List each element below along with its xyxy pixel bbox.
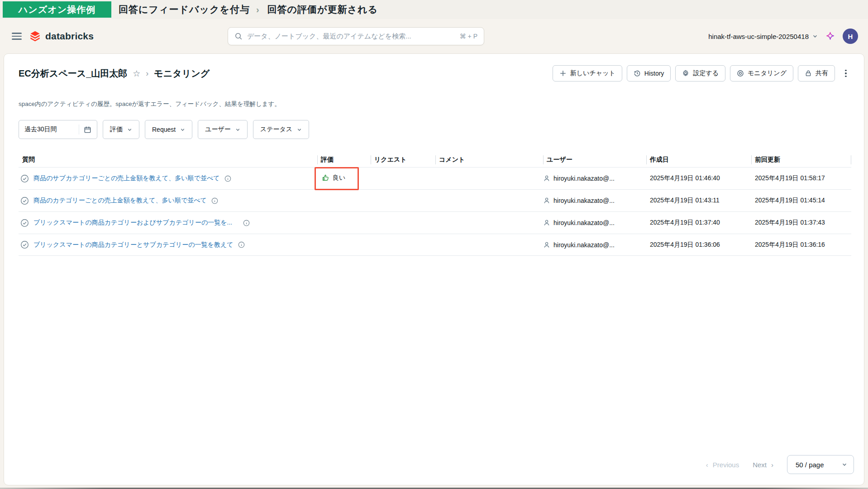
monitoring-button[interactable]: モニタリング (730, 65, 793, 82)
created-date: 2025年4月19日 01:37:40 (646, 219, 751, 227)
favorite-star-icon[interactable]: ☆ (133, 68, 140, 79)
settings-label: 設定する (693, 69, 719, 77)
person-icon (543, 175, 550, 182)
breadcrumb-chevron-icon: › (146, 69, 148, 78)
column-header-rating: 評価 (317, 153, 371, 167)
user-filter[interactable]: ユーザー (198, 120, 248, 139)
databricks-logo-icon (29, 30, 41, 43)
column-header-created: 作成日 (646, 153, 751, 167)
user-email: hiroyuki.nakazato@... (553, 175, 615, 182)
created-date: 2025年4月19日 01:43:11 (646, 197, 751, 205)
search-icon (234, 32, 243, 40)
chevron-down-icon (235, 127, 240, 132)
user-email: hiroyuki.nakazato@... (553, 241, 615, 249)
chevron-down-icon (297, 127, 302, 132)
share-button[interactable]: 共有 (798, 65, 835, 82)
rating-filter-label: 評価 (110, 125, 123, 134)
history-label: History (644, 70, 664, 77)
monitoring-label: モニタリング (748, 69, 787, 77)
chevron-down-icon (180, 127, 185, 132)
filter-bar: 過去30日間 評価 Request ユーザー (19, 120, 851, 139)
global-search-input[interactable]: データ、ノートブック、最近のアイテムなどを検索... ⌘ + P (228, 27, 484, 45)
column-header-request: リクエスト (371, 153, 435, 167)
history-button[interactable]: History (627, 65, 671, 82)
activity-table: 質問 評価 リクエスト コメント ユーザー 作成日 前回更新 商品のサブカテゴリ… (19, 153, 851, 256)
person-icon (543, 197, 550, 204)
page-description: space内のアクティビティの履歴。spaceが返すエラー、フィードバック、結果… (19, 100, 851, 108)
table-row: 商品のカテゴリーごとの売上金額を教えて、多い順で並べて hiroyuki.nak… (19, 189, 851, 211)
settings-button[interactable]: 設定する (675, 65, 725, 82)
monitoring-page-card: EC分析スペース_山田太郎 ☆ › モニタリング 新しいチャット History (4, 53, 864, 485)
previous-page-button[interactable]: ‹ Previous (706, 461, 739, 469)
chevron-down-icon (127, 127, 132, 132)
next-label: Next (753, 461, 767, 469)
chevron-down-icon (812, 34, 818, 39)
breadcrumb-current: モニタリング (154, 67, 210, 80)
tutorial-badge: ハンズオン操作例 (3, 1, 111, 18)
kebab-menu-icon[interactable] (840, 65, 851, 82)
info-icon[interactable] (243, 220, 250, 226)
space-title[interactable]: EC分析スペース_山田太郎 (19, 67, 127, 80)
pagination: ‹ Previous Next › 50 / page (706, 455, 854, 474)
tutorial-step-separator: › (256, 5, 259, 15)
check-circle-icon (20, 240, 29, 249)
search-placeholder: データ、ノートブック、最近のアイテムなどを検索... (247, 32, 460, 41)
page-actions: 新しいチャット History 設定する (553, 65, 851, 82)
date-range-value: 過去30日間 (24, 125, 57, 134)
new-chat-button[interactable]: 新しいチャット (553, 65, 622, 82)
info-icon[interactable] (224, 175, 231, 182)
monitor-target-icon (737, 70, 744, 77)
question-link[interactable]: ブリックスマートの商品カテゴリーおよびサブカテゴリーの一覧を... (33, 219, 232, 227)
updated-date: 2025年4月19日 01:36:16 (751, 241, 851, 249)
info-icon[interactable] (211, 197, 218, 204)
calendar-icon (84, 126, 91, 134)
check-circle-icon (20, 197, 29, 205)
date-range-filter[interactable]: 過去30日間 (19, 120, 97, 139)
request-filter-label: Request (152, 126, 176, 133)
table-row: ブリックスマートの商品カテゴリーおよびサブカテゴリーの一覧を... hiroyu… (19, 211, 851, 234)
column-header-comment: コメント (435, 153, 543, 167)
user-avatar[interactable]: H (843, 29, 858, 44)
column-header-updated: 前回更新 (751, 153, 851, 167)
person-icon (543, 241, 550, 249)
previous-label: Previous (713, 461, 739, 469)
filter-divider (79, 125, 79, 134)
status-filter-label: ステータス (260, 125, 292, 134)
question-link[interactable]: 商品のサブカテゴリーごとの売上金額を教えて、多い順で並べて (33, 174, 220, 182)
gear-icon (682, 70, 689, 77)
assistant-sparkle-icon[interactable] (825, 31, 835, 42)
question-link[interactable]: 商品のカテゴリーごとの売上金額を教えて、多い順で並べて (33, 197, 207, 205)
rating-filter[interactable]: 評価 (103, 120, 139, 139)
page-title-row: EC分析スペース_山田太郎 ☆ › モニタリング 新しいチャット History (19, 65, 851, 82)
thumbs-up-icon (322, 174, 329, 182)
updated-date: 2025年4月19日 01:45:14 (751, 197, 851, 205)
databricks-logo[interactable]: databricks (29, 30, 94, 43)
workspace-switcher[interactable]: hinak-tf-aws-uc-simple-20250418 (708, 33, 818, 40)
search-shortcut-hint: ⌘ + P (460, 33, 477, 40)
updated-date: 2025年4月19日 01:37:43 (751, 219, 851, 227)
request-filter[interactable]: Request (145, 120, 192, 139)
next-page-button[interactable]: Next › (753, 461, 773, 469)
chevron-right-icon: › (771, 461, 773, 469)
person-icon (543, 219, 550, 226)
table-header-row: 質問 評価 リクエスト コメント ユーザー 作成日 前回更新 (19, 153, 851, 167)
plus-icon (559, 70, 567, 77)
page-size-value: 50 / page (796, 461, 842, 469)
question-link[interactable]: ブリックスマートの商品カテゴリーとサブカテゴリーの一覧を教えて (33, 241, 234, 249)
lock-icon (805, 70, 812, 77)
share-label: 共有 (816, 69, 828, 77)
status-filter[interactable]: ステータス (253, 120, 309, 139)
check-circle-icon (20, 174, 29, 183)
page-size-select[interactable]: 50 / page (787, 455, 854, 474)
column-header-question: 質問 (19, 153, 317, 167)
info-icon[interactable] (238, 241, 245, 248)
rating-label: 良い (333, 174, 345, 182)
user-email: hiroyuki.nakazato@... (553, 219, 615, 226)
user-filter-label: ユーザー (205, 125, 231, 134)
table-row: 商品のサブカテゴリーごとの売上金額を教えて、多い順で並べて (19, 167, 851, 189)
tutorial-step-1: 回答にフィードバックを付与 (119, 3, 250, 16)
table-row: ブリックスマートの商品カテゴリーとサブカテゴリーの一覧を教えて hiroyuki… (19, 234, 851, 256)
databricks-wordmark: databricks (45, 31, 94, 42)
workspace-name: hinak-tf-aws-uc-simple-20250418 (708, 33, 809, 40)
hamburger-menu-icon[interactable] (12, 33, 22, 39)
